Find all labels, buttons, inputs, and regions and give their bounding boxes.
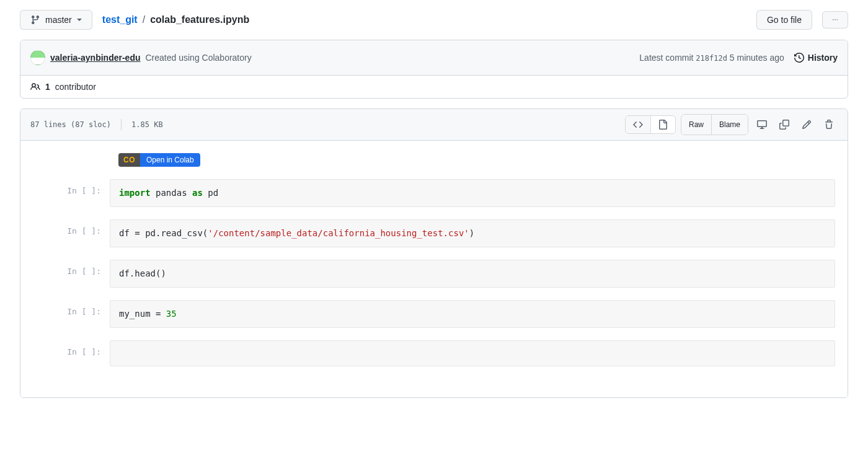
breadcrumb-file: colab_features.ipynb [150, 14, 249, 25]
cell-input: df.head() [110, 260, 835, 288]
raw-blame-group: Raw Blame [681, 114, 748, 135]
source-view-button[interactable] [626, 116, 650, 133]
git-branch-icon [30, 15, 40, 25]
commit-message[interactable]: Created using Colaboratory [146, 53, 252, 63]
cell-prompt: In [ ]: [33, 179, 101, 195]
delete-button[interactable] [820, 116, 838, 133]
file-info: 87 lines (87 sloc) 1.85 KB [30, 119, 163, 130]
cell-input [110, 340, 835, 366]
notebook-cell: In [ ]: [27, 340, 841, 366]
file-icon [658, 120, 668, 130]
copy-icon [779, 120, 789, 130]
commit-author-link[interactable]: valeria-aynbinder-edu [50, 53, 141, 63]
latest-commit-label: Latest commit [639, 53, 693, 63]
file-actions: Raw Blame [625, 114, 838, 135]
divider [121, 119, 122, 130]
notebook-cell: In [ ]:my_num = 35 [27, 300, 841, 328]
breadcrumb-separator: / [140, 14, 148, 25]
breadcrumb: test_git / colab_features.ipynb [102, 14, 249, 25]
commit-sha[interactable]: 218f12d [696, 54, 727, 63]
avatar[interactable] [30, 50, 45, 65]
commit-box-header: valeria-aynbinder-edu Created using Cola… [20, 40, 848, 76]
kebab-icon [833, 15, 838, 25]
branch-select-button[interactable]: master [20, 10, 92, 30]
file-box: 87 lines (87 sloc) 1.85 KB Raw Blame [20, 108, 848, 398]
pencil-icon [802, 120, 812, 130]
top-row: master test_git / colab_features.ipynb G… [20, 10, 848, 30]
go-to-file-button[interactable]: Go to file [756, 10, 812, 30]
raw-button[interactable]: Raw [681, 115, 711, 135]
view-toggle-group [625, 115, 676, 134]
contributors-label: contributor [55, 82, 96, 92]
cell-prompt: In [ ]: [33, 340, 101, 356]
history-link[interactable]: History [794, 53, 838, 63]
colab-logo-icon: CO [118, 153, 140, 167]
cell-prompt: In [ ]: [33, 219, 101, 236]
people-icon [30, 82, 40, 92]
notebook-cell: In [ ]:df.head() [27, 260, 841, 288]
commit-meta: Latest commit 218f12d 5 minutes ago Hist… [639, 53, 838, 63]
caret-down-icon [77, 19, 82, 21]
notebook-cell: In [ ]:import pandas as pd [27, 179, 841, 207]
branch-label: master [45, 14, 72, 26]
notebook-render: In [ ]:import pandas as pdIn [ ]:df = pd… [27, 179, 841, 366]
breadcrumb-repo-link[interactable]: test_git [102, 14, 138, 25]
rendered-view-button[interactable] [650, 116, 675, 133]
blame-button[interactable]: Blame [711, 115, 748, 135]
file-size: 1.85 KB [131, 120, 163, 129]
cell-input: df = pd.read_csv('/content/sample_data/c… [110, 219, 835, 247]
file-lines: 87 lines (87 sloc) [30, 120, 111, 129]
contributors-row: 1 contributor [20, 76, 848, 98]
cell-prompt: In [ ]: [33, 260, 101, 276]
notebook-cell: In [ ]:df = pd.read_csv('/content/sample… [27, 219, 841, 247]
cell-input: my_num = 35 [110, 300, 835, 328]
file-body: CO Open in Colab In [ ]:import pandas as… [20, 141, 848, 397]
code-icon [633, 120, 643, 130]
history-icon [794, 53, 804, 63]
more-actions-button[interactable] [822, 11, 848, 29]
desktop-button[interactable] [753, 116, 771, 133]
file-header: 87 lines (87 sloc) 1.85 KB Raw Blame [20, 109, 848, 141]
edit-button[interactable] [798, 116, 815, 133]
contributors-count: 1 [45, 82, 50, 92]
colab-badge-label: Open in Colab [140, 153, 200, 167]
copy-button[interactable] [776, 116, 793, 133]
cell-input: import pandas as pd [110, 179, 835, 207]
desktop-icon [757, 120, 767, 130]
trash-icon [824, 120, 834, 130]
commit-box: valeria-aynbinder-edu Created using Cola… [20, 40, 848, 99]
open-in-colab-badge[interactable]: CO Open in Colab [118, 153, 200, 167]
history-label: History [808, 53, 838, 63]
cell-prompt: In [ ]: [33, 300, 101, 316]
commit-time: 5 minutes ago [730, 53, 784, 63]
